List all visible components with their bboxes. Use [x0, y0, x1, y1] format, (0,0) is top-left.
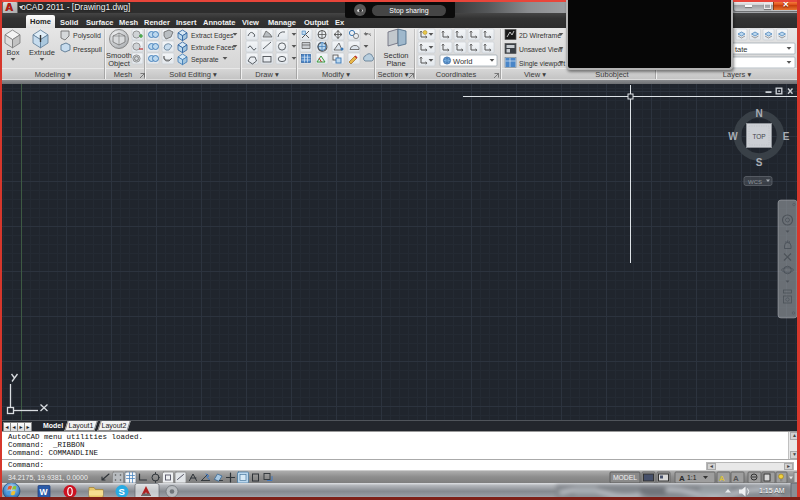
- svg-text:A: A: [719, 474, 725, 483]
- svg-text:TOP: TOP: [752, 133, 765, 140]
- svg-text:1:1: 1:1: [687, 474, 697, 481]
- svg-text:A: A: [679, 474, 685, 483]
- svg-text:MODEL: MODEL: [613, 474, 637, 481]
- svg-text:S: S: [756, 157, 763, 168]
- svg-text:A: A: [733, 474, 739, 483]
- svg-text:WCS: WCS: [748, 179, 762, 185]
- svg-text:E: E: [783, 131, 790, 142]
- svg-text:S: S: [119, 486, 125, 497]
- svg-text:N: N: [755, 108, 762, 119]
- svg-text:W: W: [728, 131, 738, 142]
- svg-text:W: W: [40, 487, 49, 497]
